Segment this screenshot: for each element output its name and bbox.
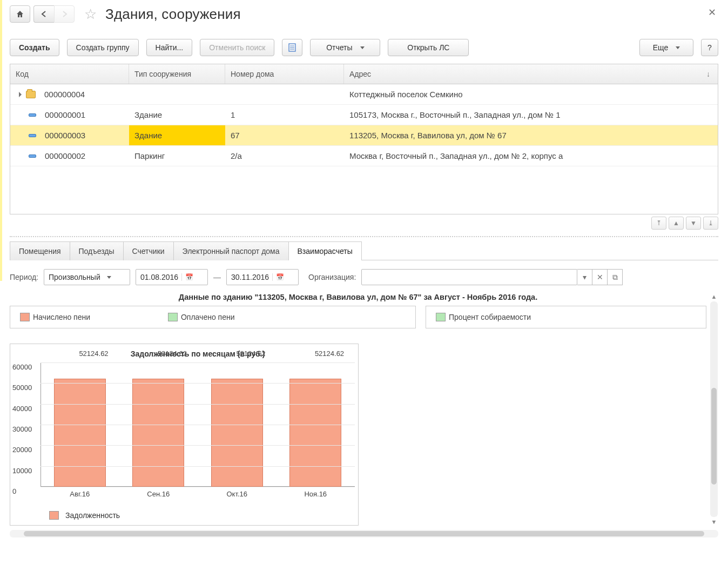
list-settings-icon[interactable] <box>282 39 302 56</box>
more-label: Еще <box>653 43 669 52</box>
scroll-up-icon[interactable]: ▲ <box>710 293 718 300</box>
detail-tabs: ПомещенияПодъездыСчетчикиЭлектронный пас… <box>10 241 718 260</box>
main-toolbar: Создать Создать группу Найти... Отменить… <box>10 39 718 56</box>
tab-1[interactable]: Подъезды <box>70 241 124 260</box>
period-from-value: 01.08.2016 <box>140 273 178 281</box>
grid-nav-down[interactable]: ▼ <box>686 217 701 230</box>
expand-icon[interactable] <box>19 92 22 97</box>
buildings-grid: Код Тип сооружения Номер дома Адрес 0000… <box>10 64 718 214</box>
period-mode-select[interactable]: Произвольный <box>44 269 130 285</box>
bar: 52124.62 <box>289 379 341 487</box>
bar: 52124.62 <box>54 379 106 487</box>
legend-box-peni: Начислено пени Оплачено пени <box>10 306 416 328</box>
chart-series-label: Задолженность <box>65 511 120 520</box>
tab-3[interactable]: Электронный паспорт дома <box>173 241 289 260</box>
y-tick: 30000 <box>12 425 32 433</box>
table-row[interactable]: 000000001Здание1105173, Москва г., Восто… <box>10 105 718 125</box>
cell-number: 67 <box>225 125 344 145</box>
period-label: Период: <box>10 273 38 281</box>
help-button[interactable]: ? <box>701 39 718 56</box>
splitter[interactable] <box>10 236 718 237</box>
favorite-star-icon[interactable]: ☆ <box>84 6 97 23</box>
cell-number: 1 <box>225 105 344 125</box>
swatch-salmon-icon <box>20 313 30 321</box>
chevron-down-icon <box>107 276 111 279</box>
report-vertical-scrollbar[interactable]: ▲ ▼ <box>710 293 718 526</box>
cell-type: Здание <box>129 105 225 125</box>
cell-number: 2/а <box>225 146 344 166</box>
x-tick: Авг.16 <box>41 490 119 498</box>
y-tick: 10000 <box>12 466 32 474</box>
table-row[interactable]: 000000003Здание67113205, Москва г, Вавил… <box>10 125 718 146</box>
create-button[interactable]: Создать <box>10 39 59 56</box>
column-header-type[interactable]: Тип сооружения <box>129 64 225 84</box>
period-from-input[interactable]: 01.08.2016 📅 <box>136 269 208 285</box>
calendar-icon: 📅 <box>181 273 193 281</box>
x-tick: Ноя.16 <box>277 490 355 498</box>
cell-code: 000000003 <box>45 131 85 140</box>
grid-nav-up[interactable]: ▲ <box>669 217 684 230</box>
window-left-accent <box>0 0 2 578</box>
item-icon <box>29 134 36 137</box>
organization-dropdown-icon[interactable]: ▾ <box>577 269 592 285</box>
reports-label: Отчеты <box>326 43 352 52</box>
swatch-salmon-icon <box>49 511 59 520</box>
bar-value-label: 52124.62 <box>290 350 369 358</box>
find-button[interactable]: Найти... <box>146 39 193 56</box>
debt-chart: Задолженность по месяцам (в руб.) 52124.… <box>10 344 359 526</box>
report-area: Данные по зданию "113205, Москва г, Вави… <box>10 293 718 526</box>
column-header-number[interactable]: Номер дома <box>225 64 344 84</box>
column-header-address[interactable]: Адрес <box>344 64 718 84</box>
back-button[interactable] <box>33 5 54 23</box>
forward-button <box>54 5 75 23</box>
chart-legend: Задолженность <box>41 511 355 520</box>
open-ls-button[interactable]: Открыть ЛС <box>388 39 469 56</box>
x-tick: Сен.16 <box>119 490 198 498</box>
bar: 52124.62 <box>211 379 263 487</box>
table-row[interactable]: 000000004Коттеджный поселок Семкино <box>10 84 718 105</box>
organization-input[interactable] <box>361 269 577 285</box>
y-tick: 0 <box>12 487 16 495</box>
bar-value-label: 52124.62 <box>55 350 133 358</box>
home-button[interactable] <box>10 5 30 23</box>
period-mode-value: Произвольный <box>49 273 100 281</box>
bar: 52124.62 <box>132 379 184 487</box>
more-dropdown[interactable]: Еще <box>639 39 693 56</box>
swatch-green-icon <box>168 313 178 321</box>
cell-type: Здание <box>129 125 225 145</box>
reports-dropdown[interactable]: Отчеты <box>310 39 380 56</box>
organization-clear-icon[interactable]: ✕ <box>592 269 608 285</box>
legend-box-collection: Процент собираемости <box>426 306 706 328</box>
report-horizontal-scrollbar[interactable] <box>10 530 718 537</box>
y-tick: 20000 <box>12 446 32 454</box>
period-dash: — <box>213 273 221 281</box>
grid-nav-first[interactable]: ⤒ <box>651 217 666 230</box>
table-row[interactable]: 000000002Паркинг2/аМосква г, Восточный п… <box>10 146 718 166</box>
tab-2[interactable]: Счетчики <box>123 241 174 260</box>
swatch-green-icon <box>436 313 446 321</box>
organization-label: Организация: <box>308 273 356 281</box>
grid-nav: ⤒ ▲ ▼ ⤓ <box>10 217 718 230</box>
report-title: Данные по зданию "113205, Москва г, Вави… <box>10 293 706 301</box>
period-row: Период: Произвольный 01.08.2016 📅 — 30.1… <box>10 269 718 285</box>
grid-nav-last[interactable]: ⤓ <box>703 217 718 230</box>
scroll-down-icon[interactable]: ▼ <box>710 518 718 526</box>
cell-address: 105173, Москва г., Восточный п., Западна… <box>344 105 718 125</box>
item-icon <box>29 113 36 117</box>
legend-collection-percent: Процент собираемости <box>436 313 531 321</box>
column-header-code[interactable]: Код <box>10 64 129 84</box>
y-tick: 50000 <box>12 384 32 392</box>
x-tick: Окт.16 <box>198 490 277 498</box>
cell-address: Москва г, Восточный п., Западная ул., до… <box>344 146 718 166</box>
cell-code: 000000004 <box>44 90 85 99</box>
calendar-icon: 📅 <box>272 273 284 281</box>
tab-0[interactable]: Помещения <box>10 241 70 260</box>
organization-open-icon[interactable]: ⧉ <box>608 269 623 285</box>
y-tick: 60000 <box>12 363 32 371</box>
cell-number <box>225 89 344 100</box>
close-icon[interactable]: ✕ <box>708 6 716 18</box>
tab-4[interactable]: Взаиморасчеты <box>288 241 362 260</box>
period-to-input[interactable]: 30.11.2016 📅 <box>226 269 299 285</box>
create-group-button[interactable]: Создать группу <box>67 39 139 56</box>
cancel-search-button: Отменить поиск <box>200 39 274 56</box>
